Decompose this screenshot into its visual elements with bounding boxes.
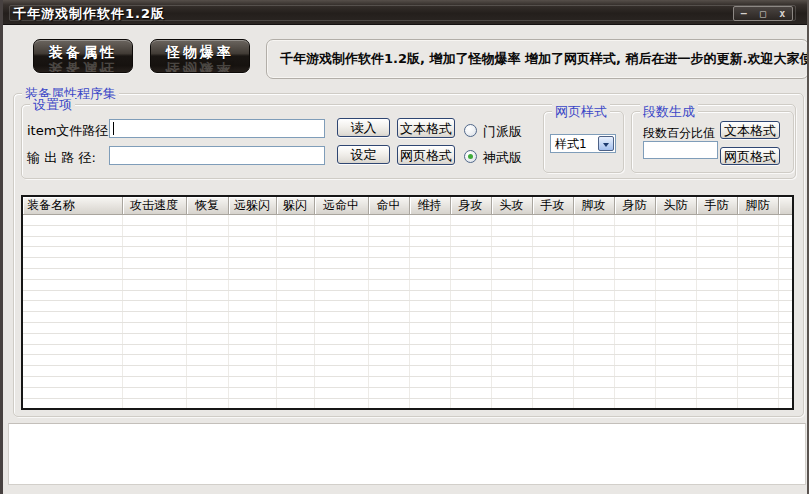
table-cell [778,236,793,247]
radio-shenwu-label[interactable]: 神武版 [483,149,522,167]
bottom-output-panel[interactable] [8,423,806,485]
table-cell [532,387,573,398]
segment-percent-input[interactable] [643,141,718,159]
radio-menpai[interactable] [464,124,477,137]
table-cell [276,344,314,355]
table-cell [491,312,532,323]
table-cell [491,225,532,236]
column-header[interactable]: 身攻 [450,196,491,215]
table-cell [314,322,368,333]
column-header[interactable]: 脚攻 [573,196,614,215]
read-button[interactable]: 读入 [337,118,390,137]
table-cell [228,376,276,387]
table-cell [122,215,186,226]
equipment-attributes-button[interactable]: 装备属性 装备属性 [33,39,133,73]
monster-droprate-button[interactable]: 怪物爆率 怪物爆率 [150,39,250,73]
web-format-button[interactable]: 网页格式 [397,145,455,165]
table-cell [122,236,186,247]
table-cell [368,376,409,387]
titlebar[interactable]: 千年游戏制作软件1.2版 – □ x [0,0,809,25]
table-cell [573,268,614,279]
table-row [22,225,793,236]
table-cell [655,355,696,366]
table-cell [491,398,532,409]
segment-text-format-button[interactable]: 文本格式 [720,121,780,139]
table-cell [573,247,614,258]
table-cell [122,290,186,301]
table-row [22,268,793,279]
table-cell [655,258,696,269]
table-cell [573,258,614,269]
table-cell [532,225,573,236]
column-header[interactable]: 维持 [409,196,450,215]
table-row [22,236,793,247]
column-header[interactable]: 脚防 [737,196,778,215]
table-cell [532,236,573,247]
style-select[interactable]: 样式1 [550,134,616,153]
column-header[interactable]: 攻击速度 [122,196,186,215]
segment-web-format-button[interactable]: 网页格式 [720,147,780,165]
set-button[interactable]: 设定 [337,145,390,164]
maximize-icon[interactable]: □ [760,7,766,20]
close-icon[interactable]: x [779,7,785,20]
table-cell [409,312,450,323]
column-header[interactable]: 躲闪 [276,196,314,215]
table-cell [409,344,450,355]
table-cell [409,333,450,344]
text-format-button[interactable]: 文本格式 [397,118,455,138]
table-cell [778,215,793,226]
table-cell [228,366,276,377]
table-cell [314,376,368,387]
table-cell [491,355,532,366]
table-cell [573,376,614,387]
item-path-input[interactable] [109,119,325,138]
output-path-input[interactable] [109,146,325,165]
table-cell [696,376,737,387]
column-header[interactable]: 头防 [655,196,696,215]
table-cell [409,247,450,258]
column-header[interactable]: 远命中 [314,196,368,215]
minimize-icon[interactable]: – [741,7,747,20]
column-header[interactable]: 头攻 [491,196,532,215]
table-cell [22,398,122,409]
segment-caption: 段数生成 [640,104,698,119]
table-row [22,398,793,409]
table-cell [314,333,368,344]
table-cell [368,366,409,377]
table-cell [614,268,655,279]
table-cell [122,344,186,355]
table-cell [22,247,122,258]
table-cell [614,333,655,344]
radio-menpai-label[interactable]: 门派版 [483,123,522,141]
column-header[interactable] [778,196,793,215]
column-header[interactable]: 装备名称 [22,196,122,215]
table-cell [532,333,573,344]
table-cell [314,387,368,398]
column-header[interactable]: 身防 [614,196,655,215]
column-header[interactable]: 恢复 [186,196,228,215]
table-cell [655,215,696,226]
radio-shenwu[interactable] [464,150,477,163]
chevron-down-icon[interactable] [598,136,614,151]
table-cell [122,322,186,333]
table-cell [696,290,737,301]
table-cell [737,387,778,398]
table-cell [276,215,314,226]
item-path-label: item文件路径: [27,122,113,140]
table-cell [778,290,793,301]
table-cell [655,322,696,333]
table-row [22,258,793,269]
column-header[interactable]: 手攻 [532,196,573,215]
table-cell [614,225,655,236]
table-cell [696,258,737,269]
table-cell [491,387,532,398]
table-cell [696,355,737,366]
table-cell [186,333,228,344]
text-caret [113,122,114,135]
table-cell [409,387,450,398]
equipment-table[interactable]: 装备名称攻击速度恢复远躲闪躲闪远命中命中维持身攻头攻手攻脚攻身防头防手防脚防 [21,195,794,410]
column-header[interactable]: 远躲闪 [228,196,276,215]
column-header[interactable]: 命中 [368,196,409,215]
column-header[interactable]: 手防 [696,196,737,215]
table-cell [314,366,368,377]
